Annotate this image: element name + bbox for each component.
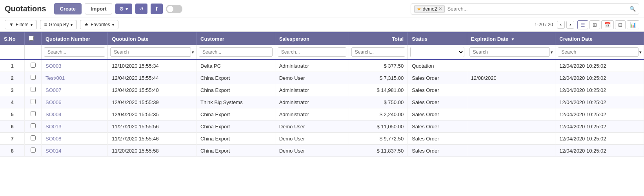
- cell-sno-3: 4: [0, 96, 25, 108]
- table-row: 3 SO007 12/04/2020 15:55:40 China Export…: [0, 84, 644, 96]
- filter-customer: [196, 45, 275, 59]
- row-checkbox-2[interactable]: [31, 87, 36, 92]
- cell-qnum-6[interactable]: SO008: [41, 133, 107, 145]
- main-search-input[interactable]: [445, 5, 629, 13]
- cell-salesperson-0: Administrator: [275, 59, 349, 72]
- favorites-button[interactable]: ★ Favorites ▾: [80, 20, 118, 29]
- creation-filter-caret: ▾: [639, 50, 641, 54]
- table-header-row: S.No Quotation Number Quotation Date Cus…: [0, 32, 644, 45]
- filter-creation: ▾: [555, 45, 644, 59]
- search-icon[interactable]: 🔍: [629, 6, 636, 12]
- toggle-switch[interactable]: [166, 5, 182, 13]
- row-checkbox-3[interactable]: [31, 99, 36, 104]
- cell-cb-4: [25, 108, 42, 120]
- total-filter-input[interactable]: [351, 47, 405, 57]
- col-header-customer[interactable]: Customer: [196, 32, 275, 45]
- qdate-filter-caret: ▾: [192, 50, 194, 54]
- cell-salesperson-1: Demo User: [275, 72, 349, 84]
- col-header-salesperson[interactable]: Salesperson: [275, 32, 349, 45]
- group-by-label: Group By: [49, 22, 69, 27]
- cell-customer-5: China Export: [196, 120, 275, 133]
- filter-salesperson: [275, 45, 349, 59]
- pivot-view-button[interactable]: ⊟: [615, 20, 626, 29]
- col-header-qnum[interactable]: Quotation Number: [41, 32, 107, 45]
- cell-creation-4: 12/04/2020 10:25:02: [555, 108, 644, 120]
- kanban-view-button[interactable]: ⊞: [589, 20, 600, 29]
- col-header-expdate[interactable]: Expiration Date ▼: [467, 32, 555, 45]
- cell-qdate-1: 12/04/2020 15:55:44: [108, 72, 196, 84]
- col-header-creation[interactable]: Creation Date: [555, 32, 644, 45]
- customer-filter-input[interactable]: [199, 47, 273, 57]
- settings-button[interactable]: ⚙ ▾: [115, 4, 132, 14]
- scrollable-table: S.No Quotation Number Quotation Date Cus…: [0, 32, 644, 157]
- cell-creation-6: 12/04/2020 10:25:02: [555, 133, 644, 145]
- create-button[interactable]: Create: [54, 3, 82, 14]
- cell-sno-0: 1: [0, 59, 25, 72]
- cell-qdate-0: 12/10/2020 15:55:34: [108, 59, 196, 72]
- cell-qnum-1[interactable]: Test/001: [41, 72, 107, 84]
- filter-expdate: ▾: [467, 45, 555, 59]
- import-button[interactable]: Import: [85, 3, 112, 14]
- calendar-view-button[interactable]: 📅: [601, 20, 614, 29]
- star-icon: ★: [417, 6, 421, 12]
- creation-filter-input[interactable]: [558, 47, 639, 57]
- cell-creation-0: 12/04/2020 10:25:02: [555, 59, 644, 72]
- cell-salesperson-5: Demo User: [275, 120, 349, 133]
- page-title: Quotations: [5, 4, 46, 13]
- cell-creation-2: 12/04/2020 10:25:02: [555, 84, 644, 96]
- col-header-qdate[interactable]: Quotation Date: [108, 32, 196, 45]
- cell-qnum-7[interactable]: SO014: [41, 145, 107, 157]
- filter-status: Quotation Sales Order: [408, 45, 467, 59]
- prev-page-button[interactable]: ‹: [557, 21, 565, 29]
- select-all-checkbox[interactable]: [29, 36, 34, 41]
- pagination: 1-20 / 20 ‹ ›: [532, 21, 574, 29]
- cell-sno-1: 2: [0, 72, 25, 84]
- row-checkbox-0[interactable]: [31, 63, 36, 68]
- upload-button[interactable]: ⬆: [151, 4, 163, 14]
- cell-customer-3: Think Big Systems: [196, 96, 275, 108]
- cell-salesperson-6: Demo User: [275, 133, 349, 145]
- filters-button[interactable]: ▼ Filters ▾: [5, 20, 37, 29]
- row-checkbox-1[interactable]: [31, 75, 36, 80]
- graph-view-button[interactable]: 📊: [627, 20, 639, 29]
- list-view-button[interactable]: ☰: [577, 20, 588, 29]
- cell-expdate-3: [467, 96, 555, 108]
- col-header-total[interactable]: Total: [349, 32, 408, 45]
- table-row: 5 SO004 12/04/2020 15:55:35 China Export…: [0, 108, 644, 120]
- cell-total-2: $ 14,981.00: [349, 84, 408, 96]
- expdate-filter-input[interactable]: [469, 47, 550, 57]
- cell-creation-5: 12/04/2020 10:25:02: [555, 120, 644, 133]
- refresh-button[interactable]: ↺: [135, 4, 147, 14]
- row-checkbox-7[interactable]: [31, 147, 36, 153]
- row-checkbox-6[interactable]: [31, 135, 36, 140]
- group-by-button[interactable]: ≡ Group By ▾: [40, 20, 77, 29]
- filter-icon: ▼: [9, 22, 14, 27]
- top-bar: Quotations Create Import ⚙ ▾ ↺ ⬆ ★ demo2…: [0, 0, 644, 18]
- cell-qdate-4: 12/04/2020 15:55:35: [108, 108, 196, 120]
- qnum-filter-input[interactable]: [44, 47, 105, 57]
- cell-qnum-5[interactable]: SO013: [41, 120, 107, 133]
- col-header-checkbox: [25, 32, 42, 45]
- cell-cb-3: [25, 96, 42, 108]
- cell-customer-1: China Export: [196, 72, 275, 84]
- filter-bar: ▼ Filters ▾ ≡ Group By ▾ ★ Favorites ▾ 1…: [0, 18, 644, 32]
- gear-icon: ⚙: [119, 6, 124, 12]
- status-filter-select[interactable]: Quotation Sales Order: [410, 47, 464, 57]
- cell-qnum-4[interactable]: SO004: [41, 108, 107, 120]
- cell-cb-1: [25, 72, 42, 84]
- favorites-label: Favorites: [91, 22, 110, 27]
- filters-label: Filters: [16, 22, 29, 27]
- row-checkbox-5[interactable]: [31, 123, 36, 128]
- next-page-button[interactable]: ›: [566, 21, 574, 29]
- cell-qnum-0[interactable]: SO003: [41, 59, 107, 72]
- cell-expdate-1: 12/08/2020: [467, 72, 555, 84]
- cell-qnum-2[interactable]: SO007: [41, 84, 107, 96]
- cell-cb-6: [25, 133, 42, 145]
- col-header-status[interactable]: Status: [408, 32, 467, 45]
- row-checkbox-4[interactable]: [31, 111, 36, 116]
- filter-qdate: ▾: [108, 45, 196, 59]
- qdate-filter-input[interactable]: [110, 47, 191, 57]
- close-tag-button[interactable]: ✕: [438, 6, 442, 11]
- cell-qnum-3[interactable]: SO006: [41, 96, 107, 108]
- salesperson-filter-input[interactable]: [278, 47, 346, 57]
